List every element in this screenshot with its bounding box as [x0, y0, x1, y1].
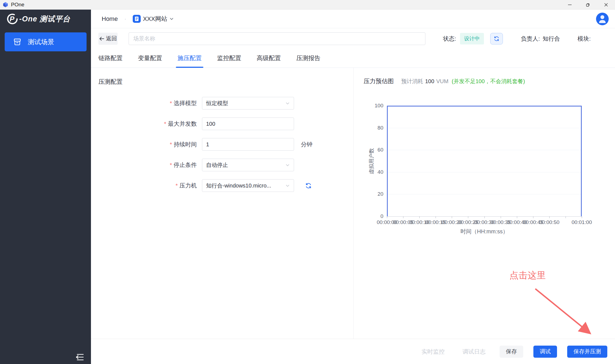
load-generator-value: 知行合-windows10.micro... — [206, 182, 285, 189]
stop-condition-select[interactable]: 自动停止 — [202, 159, 294, 171]
content: 压测配置 *选择模型恒定模型*最大并发数*持续时间分钟*停止条件自动停止*压力机… — [91, 68, 615, 339]
x-tick-mark — [484, 216, 485, 218]
field-label-load-generator: *压力机 — [98, 182, 197, 189]
os-titlebar: POne — [0, 0, 615, 10]
x-tick-mark — [501, 216, 501, 218]
required-asterisk: * — [176, 182, 178, 189]
estimate-unit: VUM — [436, 78, 448, 85]
breadcrumb-project[interactable]: XXX网站 — [133, 15, 174, 23]
form-row-model: *选择模型恒定模型 — [98, 97, 353, 110]
tab-pressure-config[interactable]: 施压配置 — [178, 49, 202, 68]
collapse-sidebar-icon[interactable] — [75, 353, 84, 361]
required-asterisk: * — [170, 100, 172, 106]
status-badge: 设计中 — [460, 33, 484, 44]
tab-monitor-config[interactable]: 监控配置 — [217, 49, 241, 68]
x-tick-label: 00:00:50 — [539, 219, 559, 225]
field-label-stop-condition: *停止条件 — [98, 161, 197, 169]
app-cube-icon — [2, 2, 9, 8]
sidebar-footer — [0, 353, 91, 364]
back-button-label: 返回 — [106, 35, 117, 42]
y-tick-label-80: 80 — [378, 125, 383, 131]
window-controls — [561, 0, 615, 9]
x-tick-mark — [403, 216, 403, 218]
plot-area: 虚拟用户数 时间（HH:mm:ss） 02040608010000:00:000… — [387, 106, 582, 217]
save-and-pressure-test-button[interactable]: 保存并压测 — [567, 346, 607, 358]
window-title: POne — [11, 2, 24, 8]
form-row-max-concurrency: *最大并发数 — [98, 117, 353, 130]
click-here-annotation: 点击这里 — [509, 269, 546, 282]
breadcrumb-home[interactable]: Home — [102, 15, 118, 23]
estimate-label: 预计消耗 — [401, 78, 423, 85]
back-button[interactable]: 返回 — [98, 33, 118, 45]
field-label-max-concurrency: *最大并发数 — [98, 120, 197, 128]
minimize-button[interactable] — [561, 0, 579, 9]
debug-button[interactable]: 调试 — [533, 346, 557, 358]
chart-header: 压力预估图 预计消耗 100 VUM (并发不足100，不会消耗套餐) — [364, 77, 615, 85]
realtime-monitor-button[interactable]: 实时监控 — [418, 346, 448, 358]
x-tick-mark — [419, 216, 420, 218]
x-tick-mark — [533, 216, 533, 218]
x-tick-mark — [566, 216, 566, 218]
close-button[interactable] — [597, 0, 615, 9]
x-axis-title: 时间（HH:mm:ss） — [387, 228, 582, 235]
required-asterisk: * — [164, 121, 166, 127]
sidebar: P -One 测试平台 测试场景 — [0, 10, 91, 364]
x-tick-mark — [517, 216, 517, 218]
y-axis-title: 虚拟用户数 — [368, 148, 375, 174]
y-tick-label-40: 40 — [378, 169, 383, 175]
field-label-model: *选择模型 — [98, 99, 197, 107]
required-asterisk: * — [170, 162, 172, 168]
load-generator-select[interactable]: 知行合-windows10.micro... — [202, 179, 294, 192]
y-tick-label-60: 60 — [378, 147, 383, 153]
stop-condition-value: 自动停止 — [206, 161, 285, 169]
refresh-icon — [494, 36, 500, 42]
debug-log-button[interactable]: 调试日志 — [459, 346, 489, 358]
logo-text: -One 测试平台 — [19, 14, 70, 24]
required-asterisk: * — [170, 141, 172, 147]
tab-advanced-config[interactable]: 高级配置 — [257, 49, 281, 68]
restore-button[interactable] — [579, 0, 597, 9]
x-tick-mark — [549, 216, 550, 218]
module-label: 模块: — [578, 35, 591, 43]
status-refresh-button[interactable] — [490, 33, 503, 44]
chevron-down-icon — [285, 183, 290, 188]
scene-name-input[interactable] — [129, 32, 425, 45]
main-panel: Home · XXX网站 返回 状态: 设计中 负责人: 知行合 — [91, 10, 615, 364]
chevron-down-icon[interactable] — [169, 16, 174, 21]
chart-title: 压力预估图 — [364, 77, 394, 85]
save-button[interactable]: 保存 — [500, 346, 523, 358]
y-tick-label-0: 0 — [380, 213, 383, 219]
model-select[interactable]: 恒定模型 — [202, 97, 294, 110]
pressure-estimate-panel: 压力预估图 预计消耗 100 VUM (并发不足100，不会消耗套餐) 虚拟用户… — [354, 68, 615, 339]
app-logo: P -One 测试平台 — [0, 10, 91, 28]
duration-input[interactable] — [202, 138, 294, 151]
tab-variable-config[interactable]: 变量配置 — [138, 49, 162, 68]
status-label: 状态: — [443, 35, 456, 43]
estimate-note: (并发不足100，不会消耗套餐) — [452, 78, 525, 85]
tabs: 链路配置变量配置施压配置监控配置高级配置压测报告 — [91, 49, 615, 68]
section-title: 压测配置 — [98, 78, 353, 86]
pressure-form: *选择模型恒定模型*最大并发数*持续时间分钟*停止条件自动停止*压力机知行合-w… — [98, 97, 353, 192]
tab-link-config[interactable]: 链路配置 — [98, 49, 123, 68]
scenario-box-icon — [13, 38, 21, 46]
action-footer: 实时监控调试日志保存调试保存并压测 — [91, 339, 615, 364]
sidebar-item-test-scenario[interactable]: 测试场景 — [5, 32, 87, 51]
load-generator-refresh-icon[interactable] — [305, 182, 312, 189]
x-tick-mark — [582, 216, 582, 218]
estimate-value: 100 — [425, 78, 434, 85]
annotation-arrow — [532, 286, 595, 338]
pressure-config-panel: 压测配置 *选择模型恒定模型*最大并发数*持续时间分钟*停止条件自动停止*压力机… — [91, 68, 354, 339]
breadcrumb-separator: · — [124, 16, 126, 22]
user-avatar[interactable] — [596, 13, 609, 25]
max-concurrency-input[interactable] — [202, 117, 294, 130]
duration-unit-label: 分钟 — [301, 141, 312, 148]
tab-report[interactable]: 压测报告 — [296, 49, 320, 68]
chevron-down-icon — [285, 101, 290, 106]
x-tick-mark — [452, 216, 452, 218]
page-header: Home · XXX网站 — [91, 10, 615, 28]
x-tick-mark — [436, 216, 436, 218]
owner-label: 负责人: — [521, 35, 540, 43]
form-row-load-generator: *压力机知行合-windows10.micro... — [98, 179, 353, 192]
back-arrow-icon — [99, 37, 104, 41]
x-tick-mark — [468, 216, 468, 218]
